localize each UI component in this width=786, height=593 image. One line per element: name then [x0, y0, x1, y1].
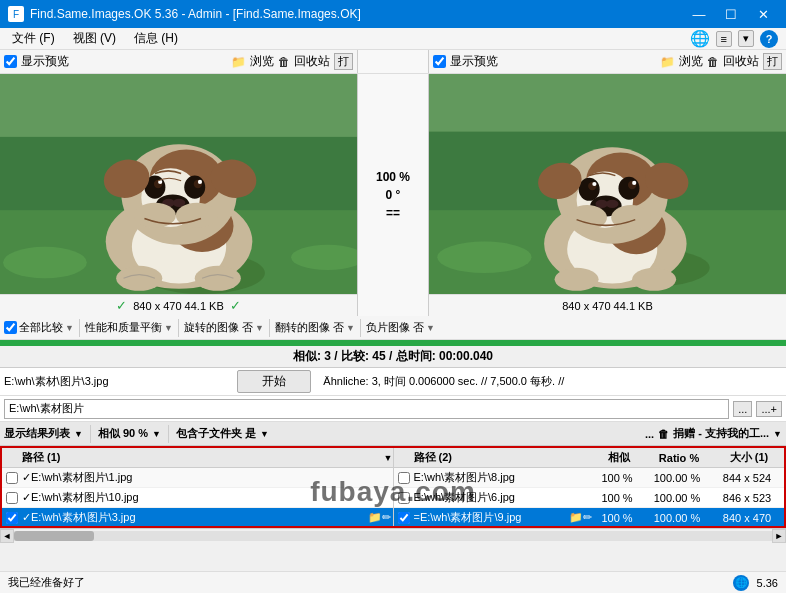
- scroll-right-button[interactable]: ►: [772, 529, 786, 543]
- nav-back-button[interactable]: ≡: [716, 31, 732, 47]
- globe-icon: 🌐: [690, 29, 710, 48]
- negative-arrow[interactable]: ▼: [426, 323, 435, 333]
- menu-info[interactable]: 信息 (H): [126, 28, 186, 49]
- right-image-dimensions: 840 x 470 44.1 KB: [562, 300, 653, 312]
- right-path-header[interactable]: 路径 (2): [410, 450, 595, 465]
- full-compare-label: 全部比较: [19, 320, 63, 335]
- options-bar: 全部比较 ▼ 性能和质量平衡 ▼ 旋转的图像 否 ▼ 翻转的图像 否 ▼ 负片图…: [0, 316, 786, 340]
- left-row2-check[interactable]: [6, 492, 18, 504]
- left-path-header[interactable]: 路径 (1): [18, 450, 384, 465]
- folder-row: ... ...+: [0, 396, 786, 422]
- svg-point-43: [632, 181, 636, 185]
- help-icon[interactable]: ?: [760, 30, 778, 48]
- left-row3-edit-icon: ✏: [382, 511, 391, 524]
- svg-point-38: [579, 178, 600, 201]
- scroll-left-button[interactable]: ◄: [0, 529, 14, 543]
- svg-point-3: [3, 247, 87, 278]
- show-list-label[interactable]: 显示结果列表: [4, 426, 70, 441]
- left-image-panel: ✓ 840 x 470 44.1 KB ✓: [0, 74, 357, 316]
- center-comparison-info: 100 % 0 ° ==: [357, 74, 429, 316]
- left-table-row-1[interactable]: ✓E:\wh\素材图片\1.jpg: [2, 468, 393, 488]
- right-table-row-1[interactable]: E:\wh\素材图片\8.jpg 100 % 100.00 % 844 x 52…: [394, 468, 785, 488]
- svg-rect-1: [0, 74, 357, 137]
- similar-filter-arrow[interactable]: ▼: [152, 429, 161, 439]
- right-row2-check[interactable]: [398, 492, 410, 504]
- svg-point-13: [184, 176, 205, 199]
- quality-arrow[interactable]: ▼: [164, 323, 173, 333]
- donate-arrow[interactable]: ▼: [773, 429, 782, 439]
- folder-path-input[interactable]: [4, 399, 729, 419]
- app-icon: F: [8, 6, 24, 22]
- status-bar: 我已经准备好了 🌐 5.36: [0, 571, 786, 593]
- full-compare-arrow[interactable]: ▼: [65, 323, 74, 333]
- panel-toolbars: 显示预览 📁 浏览 🗑 回收站 打 显示预览 📁 浏览 🗑 回收站 打: [0, 50, 786, 74]
- left-print-label[interactable]: 打: [334, 53, 353, 70]
- donate-label[interactable]: 捐赠 - 支持我的工...: [673, 426, 769, 441]
- similar-info-label: Ähnliche: 3, 时间 0.006000 sec. // 7,500.0…: [315, 374, 782, 389]
- right-show-preview-check[interactable]: [433, 55, 446, 68]
- rotate-arrow[interactable]: ▼: [255, 323, 264, 333]
- menu-view[interactable]: 视图 (V): [65, 28, 124, 49]
- right-print-label[interactable]: 打: [763, 53, 782, 70]
- subfolders-label[interactable]: 包含子文件夹 是: [176, 426, 256, 441]
- subfolders-arrow[interactable]: ▼: [260, 429, 269, 439]
- minimize-button[interactable]: —: [684, 0, 714, 28]
- right-ratio-header[interactable]: Ratio %: [644, 452, 714, 464]
- svg-point-39: [619, 177, 640, 200]
- left-row1-check[interactable]: [6, 472, 18, 484]
- trash-icon: 🗑: [658, 428, 669, 440]
- right-table-row-3[interactable]: =E:\wh\素材图片\9.jpg 📁 ✏ 100 % 100.00 % 840…: [394, 508, 785, 526]
- right-browse-label[interactable]: 浏览: [679, 53, 703, 70]
- left-folder-icon: 📁: [231, 55, 246, 69]
- right-row2-similar: 100 %: [592, 492, 642, 504]
- status-text: 我已经准备好了: [8, 575, 85, 590]
- svg-point-52: [632, 268, 676, 291]
- left-table-row-3[interactable]: ✓E:\wh\素材\图片\3.jpg 📁 ✏: [2, 508, 393, 526]
- maximize-button[interactable]: ☐: [716, 0, 746, 28]
- left-recycle-label[interactable]: 回收站: [294, 53, 330, 70]
- right-recycle-label[interactable]: 回收站: [723, 53, 759, 70]
- close-button[interactable]: ✕: [748, 0, 778, 28]
- folder-browse-button[interactable]: ...: [733, 401, 752, 417]
- status-globe-icon: 🌐: [733, 575, 749, 591]
- right-row3-check[interactable]: [398, 512, 410, 524]
- title-text: Find.Same.Images.OK 5.36 - Admin - [Find…: [30, 7, 361, 21]
- status-version: 5.36: [757, 577, 778, 589]
- svg-point-51: [555, 268, 599, 291]
- right-size-header[interactable]: 大小 (1): [714, 450, 784, 465]
- right-similar-header[interactable]: 相似: [594, 450, 644, 465]
- horizontal-scrollbar[interactable]: ◄ ►: [0, 528, 786, 542]
- full-compare-check[interactable]: [4, 321, 17, 334]
- degrees-label: 0 °: [386, 188, 401, 202]
- path-row: E:\wh\素材\图片\3.jpg 开始 Ähnliche: 3, 时间 0.0…: [0, 368, 786, 396]
- left-path-sort-arrow[interactable]: ▼: [384, 453, 393, 463]
- start-button[interactable]: 开始: [237, 370, 311, 393]
- right-row3-edit-icon: ✏: [583, 511, 592, 524]
- show-list-arrow[interactable]: ▼: [74, 429, 83, 439]
- right-table-row-2[interactable]: E:\wh\素材图片\6.jpg 100 % 100.00 % 846 x 52…: [394, 488, 785, 508]
- equals-label: ==: [386, 206, 400, 220]
- right-row1-check[interactable]: [398, 472, 410, 484]
- right-row3-path: =E:\wh\素材图片\9.jpg: [412, 510, 570, 525]
- right-row3-ratio: 100.00 %: [642, 512, 712, 524]
- flip-arrow[interactable]: ▼: [346, 323, 355, 333]
- right-image-info: 840 x 470 44.1 KB: [429, 294, 786, 316]
- left-row3-check[interactable]: [6, 512, 18, 524]
- folder-action-button[interactable]: ...+: [756, 401, 782, 417]
- menu-bar: 文件 (F) 视图 (V) 信息 (H) 🌐 ≡ ▾ ?: [0, 28, 786, 50]
- nav-forward-button[interactable]: ▾: [738, 30, 754, 47]
- left-table-row-2[interactable]: ✓E:\wh\素材图片\10.jpg: [2, 488, 393, 508]
- svg-rect-28: [429, 74, 786, 132]
- left-row3-path: ✓E:\wh\素材\图片\3.jpg: [20, 510, 368, 525]
- right-folder-icon: 📁: [660, 55, 675, 69]
- left-show-preview-check[interactable]: [4, 55, 17, 68]
- similar-filter-label[interactable]: 相似 90 %: [98, 426, 148, 441]
- scroll-thumb[interactable]: [14, 531, 94, 541]
- menu-file[interactable]: 文件 (F): [4, 28, 63, 49]
- left-table: 路径 (1) ▼ ✓E:\wh\素材图片\1.jpg ✓E:\wh\素材图片\1…: [2, 448, 394, 526]
- right-row1-ratio: 100.00 %: [642, 472, 712, 484]
- left-recycle-icon: 🗑: [278, 55, 290, 69]
- left-browse-label[interactable]: 浏览: [250, 53, 274, 70]
- middle-spacer: [357, 50, 429, 73]
- quality-label: 性能和质量平衡: [85, 320, 162, 335]
